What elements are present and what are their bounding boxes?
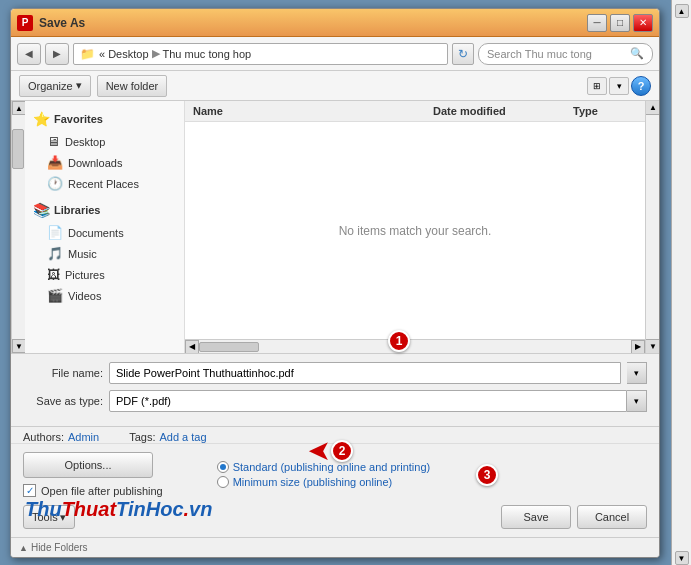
hide-folders-label: Hide Folders [31, 542, 88, 553]
brand-vn: vn [189, 498, 212, 520]
help-button[interactable]: ? [631, 76, 651, 96]
view-icons-group: ⊞ ▾ ? [587, 76, 651, 96]
outer-scroll-down[interactable]: ▼ [675, 551, 689, 565]
close-button[interactable]: ✕ [633, 14, 653, 32]
favorites-section: ⭐ Favorites 🖥 Desktop 📥 Downloads 🕐 Rece… [25, 107, 184, 194]
toolbar: Organize ▾ New folder ⊞ ▾ ? [11, 71, 659, 101]
path-part-folder: Thu muc tong hop [163, 48, 252, 60]
cancel-button[interactable]: Cancel [577, 505, 647, 529]
favorites-header: ⭐ Favorites [25, 107, 184, 131]
scroll-h-thumb[interactable] [199, 342, 259, 352]
column-type: Type [565, 105, 645, 117]
cancel-label: Cancel [595, 511, 629, 523]
column-name: Name [185, 105, 425, 117]
file-name-input[interactable] [109, 362, 621, 384]
music-icon: 🎵 [47, 246, 63, 261]
file-list-body: No items match your search. [185, 122, 645, 339]
new-folder-label: New folder [106, 80, 159, 92]
search-box[interactable]: Search Thu muc tong 🔍 [478, 43, 653, 65]
file-form-area: File name: ▾ Save as type: ▾ [11, 353, 659, 426]
organize-button[interactable]: Organize ▾ [19, 75, 91, 97]
sidebar-item-documents[interactable]: 📄 Documents [25, 222, 184, 243]
outer-scroll-up[interactable]: ▲ [675, 4, 689, 18]
title-bar: P Save As ─ □ ✕ [11, 9, 659, 37]
tags-value[interactable]: Add a tag [159, 431, 206, 443]
app-icon: P [17, 15, 33, 31]
organize-chevron-icon: ▾ [76, 79, 82, 92]
minimize-button[interactable]: ─ [587, 14, 607, 32]
annotation-1: 1 [388, 330, 410, 352]
new-folder-button[interactable]: New folder [97, 75, 168, 97]
hide-folders-button[interactable]: ▲ Hide Folders [19, 542, 88, 553]
sidebar-music-label: Music [68, 248, 97, 260]
sidebar-scrollbar[interactable]: ▲ ▼ [11, 101, 25, 353]
sidebar-item-pictures[interactable]: 🖼 Pictures [25, 264, 184, 285]
path-part-desktop: « Desktop [99, 48, 149, 60]
sidebar-item-desktop[interactable]: 🖥 Desktop [25, 131, 184, 152]
path-separator: ▶ [152, 47, 160, 60]
star-icon: ⭐ [33, 111, 50, 127]
brand-tinhoc: TinHoc [116, 498, 183, 520]
file-scroll-down[interactable]: ▼ [646, 339, 659, 353]
open-file-checkbox[interactable]: ✓ [23, 484, 36, 497]
sidebar: ⭐ Favorites 🖥 Desktop 📥 Downloads 🕐 Rece… [25, 101, 185, 353]
back-button[interactable]: ◀ [17, 43, 41, 65]
scroll-thumb[interactable] [12, 129, 24, 169]
search-icon: 🔍 [630, 47, 644, 60]
save-button[interactable]: Save [501, 505, 571, 529]
maximize-button[interactable]: □ [610, 14, 630, 32]
save-type-dropdown[interactable]: ▾ [627, 390, 647, 412]
sidebar-item-music[interactable]: 🎵 Music [25, 243, 184, 264]
address-path[interactable]: 📁 « Desktop ▶ Thu muc tong hop [73, 43, 448, 65]
options-btn-label: Options... [64, 459, 111, 471]
radio-minimum-label: Minimum size (publishing online) [233, 476, 393, 488]
save-type-input[interactable] [109, 390, 627, 412]
file-name-row: File name: ▾ [23, 362, 647, 384]
radio-standard-dot [217, 461, 229, 473]
search-text: Search Thu muc tong [487, 48, 626, 60]
view-dropdown-button[interactable]: ▾ [609, 77, 629, 95]
file-scroll-up[interactable]: ▲ [646, 101, 659, 115]
authors-label: Authors: [23, 431, 64, 443]
scroll-down-arrow[interactable]: ▼ [12, 339, 26, 353]
sidebar-item-downloads[interactable]: 📥 Downloads [25, 152, 184, 173]
chevron-down-icon: ▲ [19, 543, 28, 553]
radio-minimum[interactable]: Minimum size (publishing online) [217, 476, 431, 488]
horizontal-scrollbar[interactable]: ◀ ▶ [185, 339, 645, 353]
brand-thu: Thu [25, 498, 62, 520]
recent-places-icon: 🕐 [47, 176, 63, 191]
empty-message: No items match your search. [339, 224, 492, 238]
tags-section: Tags: Add a tag [129, 431, 206, 443]
sidebar-videos-label: Videos [68, 290, 101, 302]
forward-button[interactable]: ▶ [45, 43, 69, 65]
checkbox-label: Open file after publishing [41, 485, 163, 497]
sidebar-item-videos[interactable]: 🎬 Videos [25, 285, 184, 306]
scroll-up-arrow[interactable]: ▲ [12, 101, 26, 115]
videos-icon: 🎬 [47, 288, 63, 303]
authors-value[interactable]: Admin [68, 431, 99, 443]
view-mode-button[interactable]: ⊞ [587, 77, 607, 95]
options-button[interactable]: Options... [23, 452, 153, 478]
save-label: Save [523, 511, 548, 523]
desktop-icon: 🖥 [47, 134, 60, 149]
sidebar-recent-label: Recent Places [68, 178, 139, 190]
organize-label: Organize [28, 80, 73, 92]
sidebar-item-recent-places[interactable]: 🕐 Recent Places [25, 173, 184, 194]
pictures-icon: 🖼 [47, 267, 60, 282]
sidebar-downloads-label: Downloads [68, 157, 122, 169]
file-area-scrollbar[interactable]: ▲ ▼ [645, 101, 659, 353]
column-date: Date modified [425, 105, 565, 117]
file-name-dropdown[interactable]: ▾ [627, 362, 647, 384]
radio-minimum-dot [217, 476, 229, 488]
file-list-header: Name Date modified Type [185, 101, 645, 122]
scroll-left-arrow[interactable]: ◀ [185, 340, 199, 354]
scroll-right-arrow[interactable]: ▶ [631, 340, 645, 354]
refresh-button[interactable]: ↻ [452, 43, 474, 65]
annotation-3: 3 [476, 464, 498, 486]
save-as-dialog: P Save As ─ □ ✕ ◀ ▶ 📁 « Desktop ▶ Thu mu… [10, 8, 660, 558]
title-buttons: ─ □ ✕ [587, 14, 653, 32]
libraries-header: 📚 Libraries [25, 198, 184, 222]
libraries-section: 📚 Libraries 📄 Documents 🎵 Music 🖼 Pictur… [25, 198, 184, 306]
file-name-label: File name: [23, 367, 103, 379]
status-bar: ▲ Hide Folders [11, 537, 659, 557]
